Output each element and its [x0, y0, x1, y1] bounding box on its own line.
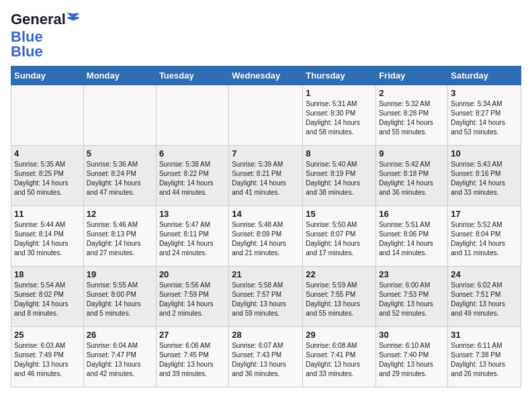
calendar-cell [83, 85, 156, 146]
day-info: Sunrise: 5:39 AM Sunset: 8:21 PM Dayligh… [232, 160, 300, 197]
day-info: Sunrise: 6:02 AM Sunset: 7:51 PM Dayligh… [451, 281, 518, 318]
day-info: Sunrise: 5:31 AM Sunset: 8:30 PM Dayligh… [306, 99, 373, 137]
day-number: 10 [451, 148, 518, 158]
day-number: 11 [14, 209, 81, 219]
calendar-cell: 22Sunrise: 5:59 AM Sunset: 7:55 PM Dayli… [303, 267, 376, 327]
calendar-cell: 8Sunrise: 5:40 AM Sunset: 8:19 PM Daylig… [303, 146, 376, 206]
col-header-monday: Monday [83, 66, 156, 85]
week-row-1: 1Sunrise: 5:31 AM Sunset: 8:30 PM Daylig… [11, 85, 521, 146]
day-info: Sunrise: 6:00 AM Sunset: 7:53 PM Dayligh… [379, 281, 445, 318]
day-info: Sunrise: 5:36 AM Sunset: 8:24 PM Dayligh… [87, 160, 153, 197]
day-number: 6 [159, 148, 226, 158]
logo-blue: Blue [11, 43, 43, 60]
calendar-cell: 28Sunrise: 6:07 AM Sunset: 7:43 PM Dayli… [229, 327, 303, 387]
col-header-wednesday: Wednesday [229, 66, 303, 85]
day-info: Sunrise: 5:59 AM Sunset: 7:55 PM Dayligh… [306, 281, 373, 318]
logo-name: General [11, 11, 81, 28]
day-number: 3 [451, 88, 518, 98]
day-info: Sunrise: 6:08 AM Sunset: 7:41 PM Dayligh… [306, 341, 373, 379]
day-number: 28 [232, 330, 300, 340]
calendar-cell: 31Sunrise: 6:11 AM Sunset: 7:38 PM Dayli… [448, 327, 521, 387]
day-number: 30 [379, 330, 445, 340]
day-info: Sunrise: 6:06 AM Sunset: 7:45 PM Dayligh… [159, 341, 226, 379]
calendar-cell: 16Sunrise: 5:51 AM Sunset: 8:06 PM Dayli… [376, 206, 448, 267]
calendar-cell: 13Sunrise: 5:47 AM Sunset: 8:11 PM Dayli… [156, 206, 228, 267]
week-row-3: 11Sunrise: 5:44 AM Sunset: 8:14 PM Dayli… [11, 206, 521, 267]
day-number: 17 [451, 209, 518, 219]
calendar-cell: 15Sunrise: 5:50 AM Sunset: 8:07 PM Dayli… [303, 206, 376, 267]
day-info: Sunrise: 5:38 AM Sunset: 8:22 PM Dayligh… [159, 160, 226, 197]
week-row-5: 25Sunrise: 6:03 AM Sunset: 7:49 PM Dayli… [11, 327, 521, 387]
calendar-cell: 27Sunrise: 6:06 AM Sunset: 7:45 PM Dayli… [156, 327, 228, 387]
calendar-cell: 23Sunrise: 6:00 AM Sunset: 7:53 PM Dayli… [376, 267, 448, 327]
day-number: 23 [379, 269, 445, 279]
week-row-2: 4Sunrise: 5:35 AM Sunset: 8:25 PM Daylig… [11, 146, 521, 206]
page-header: General Blue Blue [11, 11, 521, 60]
col-header-saturday: Saturday [448, 66, 521, 85]
calendar-cell: 30Sunrise: 6:10 AM Sunset: 7:40 PM Dayli… [376, 327, 448, 387]
day-info: Sunrise: 5:32 AM Sunset: 8:28 PM Dayligh… [379, 99, 445, 137]
day-info: Sunrise: 6:04 AM Sunset: 7:47 PM Dayligh… [87, 341, 153, 379]
day-info: Sunrise: 6:03 AM Sunset: 7:49 PM Dayligh… [14, 341, 81, 379]
day-number: 20 [159, 269, 226, 279]
calendar-cell [11, 85, 84, 146]
col-header-sunday: Sunday [11, 66, 84, 85]
day-info: Sunrise: 5:42 AM Sunset: 8:18 PM Dayligh… [379, 160, 445, 197]
day-info: Sunrise: 5:34 AM Sunset: 8:27 PM Dayligh… [451, 99, 518, 137]
day-number: 9 [379, 148, 445, 158]
calendar-cell [156, 85, 228, 146]
day-number: 25 [14, 330, 81, 340]
calendar-cell: 11Sunrise: 5:44 AM Sunset: 8:14 PM Dayli… [11, 206, 84, 267]
day-number: 8 [306, 148, 373, 158]
day-number: 2 [379, 88, 445, 98]
day-number: 18 [14, 269, 81, 279]
day-info: Sunrise: 5:40 AM Sunset: 8:19 PM Dayligh… [306, 160, 373, 197]
header-row: SundayMondayTuesdayWednesdayThursdayFrid… [11, 66, 521, 85]
calendar-cell: 21Sunrise: 5:58 AM Sunset: 7:57 PM Dayli… [229, 267, 303, 327]
day-number: 7 [232, 148, 300, 158]
day-number: 16 [379, 209, 445, 219]
calendar-cell [229, 85, 303, 146]
day-number: 27 [159, 330, 226, 340]
day-info: Sunrise: 5:56 AM Sunset: 7:59 PM Dayligh… [159, 281, 226, 318]
day-info: Sunrise: 5:54 AM Sunset: 8:02 PM Dayligh… [14, 281, 81, 318]
logo: General Blue Blue [11, 11, 81, 60]
day-number: 19 [87, 269, 153, 279]
calendar-cell: 26Sunrise: 6:04 AM Sunset: 7:47 PM Dayli… [83, 327, 156, 387]
day-info: Sunrise: 5:46 AM Sunset: 8:13 PM Dayligh… [87, 220, 153, 258]
day-number: 5 [87, 148, 153, 158]
calendar-cell: 7Sunrise: 5:39 AM Sunset: 8:21 PM Daylig… [229, 146, 303, 206]
col-header-tuesday: Tuesday [156, 66, 228, 85]
week-row-4: 18Sunrise: 5:54 AM Sunset: 8:02 PM Dayli… [11, 267, 521, 327]
calendar-cell: 20Sunrise: 5:56 AM Sunset: 7:59 PM Dayli… [156, 267, 228, 327]
day-info: Sunrise: 5:51 AM Sunset: 8:06 PM Dayligh… [379, 220, 445, 258]
day-info: Sunrise: 5:44 AM Sunset: 8:14 PM Dayligh… [14, 220, 81, 258]
calendar-cell: 6Sunrise: 5:38 AM Sunset: 8:22 PM Daylig… [156, 146, 228, 206]
calendar-table: SundayMondayTuesdayWednesdayThursdayFrid… [11, 66, 521, 387]
day-info: Sunrise: 5:55 AM Sunset: 8:00 PM Dayligh… [87, 281, 153, 318]
day-info: Sunrise: 6:10 AM Sunset: 7:40 PM Dayligh… [379, 341, 445, 379]
calendar-cell: 3Sunrise: 5:34 AM Sunset: 8:27 PM Daylig… [448, 85, 521, 146]
calendar-cell: 12Sunrise: 5:46 AM Sunset: 8:13 PM Dayli… [83, 206, 156, 267]
day-info: Sunrise: 5:35 AM Sunset: 8:25 PM Dayligh… [14, 160, 81, 197]
calendar-cell: 18Sunrise: 5:54 AM Sunset: 8:02 PM Dayli… [11, 267, 84, 327]
day-number: 22 [306, 269, 373, 279]
day-info: Sunrise: 5:58 AM Sunset: 7:57 PM Dayligh… [232, 281, 300, 318]
col-header-friday: Friday [376, 66, 448, 85]
day-number: 31 [451, 330, 518, 340]
day-info: Sunrise: 5:48 AM Sunset: 8:09 PM Dayligh… [232, 220, 300, 258]
day-number: 1 [306, 88, 373, 98]
bird-icon [66, 12, 81, 27]
calendar-cell: 17Sunrise: 5:52 AM Sunset: 8:04 PM Dayli… [448, 206, 521, 267]
day-info: Sunrise: 5:43 AM Sunset: 8:16 PM Dayligh… [451, 160, 518, 197]
day-info: Sunrise: 6:07 AM Sunset: 7:43 PM Dayligh… [232, 341, 300, 379]
day-number: 24 [451, 269, 518, 279]
day-number: 4 [14, 148, 81, 158]
calendar-cell: 24Sunrise: 6:02 AM Sunset: 7:51 PM Dayli… [448, 267, 521, 327]
day-info: Sunrise: 6:11 AM Sunset: 7:38 PM Dayligh… [451, 341, 518, 379]
day-number: 14 [232, 209, 300, 219]
calendar-cell: 25Sunrise: 6:03 AM Sunset: 7:49 PM Dayli… [11, 327, 84, 387]
calendar-cell: 29Sunrise: 6:08 AM Sunset: 7:41 PM Dayli… [303, 327, 376, 387]
day-number: 13 [159, 209, 226, 219]
col-header-thursday: Thursday [303, 66, 376, 85]
